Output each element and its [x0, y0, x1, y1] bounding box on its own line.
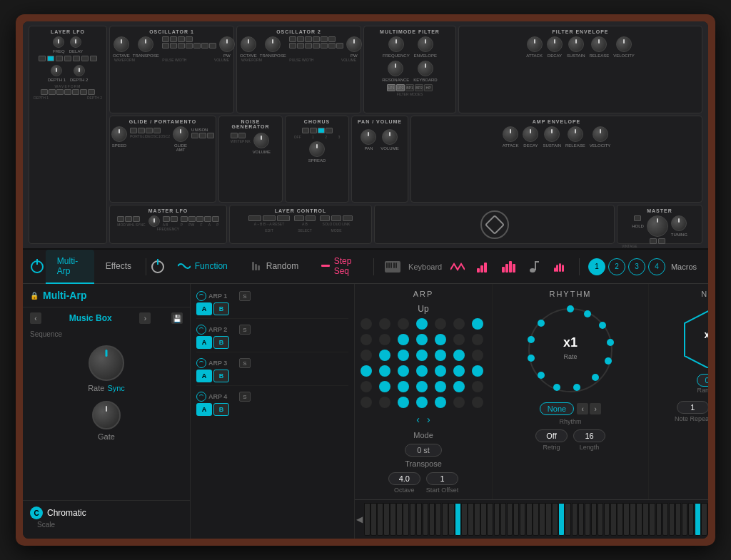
aenv-decay-knob[interactable]	[523, 126, 538, 142]
osc2-wave-btn3[interactable]	[305, 43, 312, 49]
noise-vol-knob[interactable]	[253, 133, 269, 148]
dot-4-1[interactable]	[361, 365, 372, 377]
piano-key-white[interactable]	[552, 503, 558, 536]
osc1-pw-knob[interactable]	[219, 36, 235, 52]
arp4-a-button[interactable]: A	[196, 403, 212, 416]
dot-1-2[interactable]	[379, 318, 390, 330]
osc2-mod-btn2[interactable]	[297, 36, 304, 42]
piano-key-white[interactable]	[649, 503, 655, 536]
chorus-1-btn[interactable]	[310, 128, 317, 133]
lfo-pan-btn[interactable]	[88, 89, 95, 95]
osc1-wave-btn2[interactable]	[170, 43, 177, 49]
dot-6-2[interactable]	[379, 397, 390, 408]
random-value[interactable]: 0.0 %	[697, 374, 708, 387]
piano-key-white[interactable]	[578, 503, 585, 536]
piano-key-white[interactable]	[468, 503, 474, 536]
start-offset-value[interactable]: 1	[426, 472, 458, 485]
piano-key-white[interactable]	[494, 503, 500, 536]
osc1-mod-btn1[interactable]	[162, 36, 169, 42]
tab-function[interactable]: Function	[166, 250, 239, 284]
dot-6-7[interactable]	[472, 397, 483, 408]
arp1-b-button[interactable]: B	[213, 302, 229, 315]
piano-key-white[interactable]	[707, 503, 708, 536]
lfo-wave-btn-4[interactable]	[64, 56, 71, 61]
osc2-pw-knob[interactable]	[346, 36, 362, 52]
arp-nav-right[interactable]: ›	[427, 414, 430, 425]
master-vol-knob[interactable]	[647, 215, 668, 237]
piano-key-white[interactable]	[604, 503, 610, 536]
piano-key-white[interactable]	[545, 503, 552, 536]
arp1-s-button[interactable]: S	[239, 291, 251, 301]
octave-value[interactable]: 4.0	[388, 472, 420, 485]
lfo-pw1-btn[interactable]	[56, 89, 64, 95]
arp2-power[interactable]	[196, 325, 206, 335]
arp3-s-button[interactable]: S	[239, 358, 251, 368]
dot-6-5[interactable]	[435, 397, 446, 408]
piano-key-white[interactable]	[656, 503, 662, 536]
arp2-icon[interactable]	[499, 257, 519, 277]
lfo-filter-btn[interactable]	[72, 89, 79, 95]
filter-env-knob[interactable]	[418, 36, 433, 52]
piano-key-white[interactable]	[533, 503, 539, 536]
piano-key-white[interactable]	[461, 503, 468, 536]
dot-4-5[interactable]	[435, 365, 446, 377]
arp4-s-button[interactable]: S	[239, 392, 251, 402]
piano-key-white[interactable]	[610, 503, 617, 536]
chorus-3-btn[interactable]	[326, 128, 333, 133]
osc1-transpose-knob[interactable]	[138, 36, 153, 52]
lfo-wave-btn-1[interactable]	[39, 56, 46, 61]
note-icon[interactable]	[525, 257, 545, 277]
piano-key-white[interactable]	[500, 503, 507, 536]
piano-key-white-active[interactable]	[455, 503, 461, 536]
filter-freq-knob[interactable]	[388, 36, 404, 52]
osc2-wave-btn4[interactable]	[313, 43, 320, 49]
note-repeat-value[interactable]: 1	[677, 401, 708, 414]
piano-key-white[interactable]	[565, 503, 571, 536]
osc2-mod-btn3[interactable]	[305, 36, 312, 42]
lfo-depth1-knob[interactable]	[51, 65, 62, 76]
chorus-2-btn[interactable]	[318, 128, 325, 133]
lfo-reset-btn[interactable]	[90, 56, 97, 61]
osc2-wave-btn7[interactable]	[336, 43, 343, 49]
piano-key-white[interactable]	[480, 503, 487, 536]
dot-4-4[interactable]	[416, 365, 428, 377]
piano-key-white[interactable]	[416, 503, 423, 536]
power-button-2[interactable]	[149, 250, 166, 284]
piano-key-white[interactable]	[364, 503, 370, 536]
lfo-osc2-btn[interactable]	[49, 89, 56, 95]
dot-3-6[interactable]	[453, 350, 465, 361]
osc2-mod-btn1[interactable]	[289, 36, 296, 42]
save-icon[interactable]: 💾	[171, 312, 183, 324]
osc1-wave-btn4[interactable]	[186, 43, 193, 49]
macro-btn-4[interactable]: 4	[648, 258, 665, 275]
arp4-power[interactable]	[196, 392, 206, 402]
piano-key-white[interactable]	[403, 503, 409, 536]
dot-2-2[interactable]	[379, 334, 390, 345]
osc1-wave-btn1[interactable]	[162, 43, 169, 49]
dot-3-2[interactable]	[379, 350, 390, 361]
unison-btn2[interactable]	[199, 133, 206, 138]
osc2-wave-btn5[interactable]	[321, 43, 328, 49]
dot-1-6[interactable]	[453, 318, 465, 330]
arp1-power[interactable]	[196, 291, 206, 301]
glide-speed-knob[interactable]	[111, 126, 127, 142]
hand-icon[interactable]	[550, 257, 570, 277]
lfo-amp-btn[interactable]	[80, 89, 87, 95]
piano-key-white[interactable]	[669, 503, 675, 536]
arp1-a-button[interactable]: A	[196, 302, 212, 315]
osc1-mod-btn3[interactable]	[178, 36, 185, 42]
nav-arrow-right[interactable]: ›	[139, 312, 151, 324]
arp-icon[interactable]	[473, 257, 493, 277]
piano-key-white[interactable]	[448, 503, 455, 536]
macro-btn-1[interactable]: 1	[588, 258, 605, 275]
macro-btn-3[interactable]: 3	[628, 258, 645, 275]
dot-6-3[interactable]	[398, 397, 409, 408]
keyboard-scroll-left[interactable]: ◀	[356, 514, 363, 524]
piano-key-white[interactable]	[591, 503, 598, 536]
dot-6-1[interactable]	[361, 397, 372, 408]
unison-btn3[interactable]	[207, 133, 214, 138]
osc1-wave-btn3[interactable]	[178, 43, 185, 49]
noise-white-btn[interactable]	[231, 133, 238, 138]
piano-key-white[interactable]	[474, 503, 480, 536]
osc1-wave-btn5[interactable]	[193, 43, 201, 49]
